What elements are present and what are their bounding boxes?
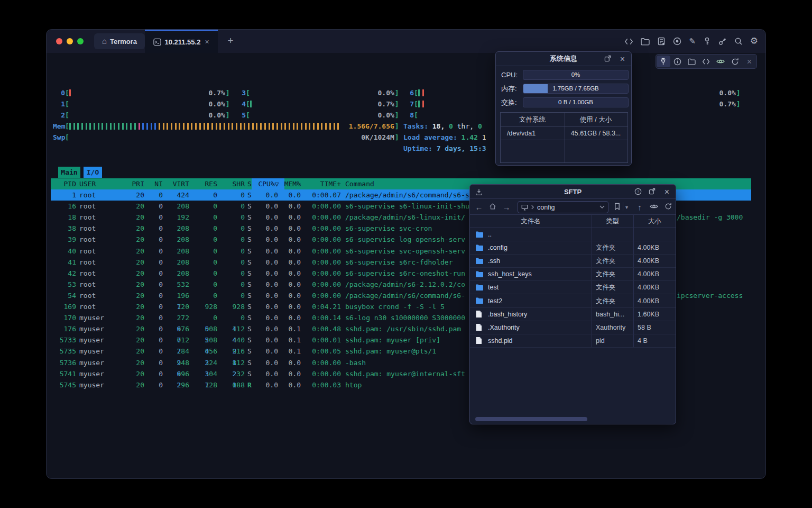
folder-icon[interactable] [641, 38, 650, 46]
close-icon[interactable]: × [620, 55, 625, 63]
pencil-icon[interactable]: ✎ [689, 37, 696, 46]
divider [623, 202, 623, 211]
chevron-right-icon [531, 205, 534, 210]
fs-name: /dev/vda1 [501, 126, 564, 140]
file-size: 4.00KB [638, 281, 659, 294]
cpu-meter-1: 1[0.0%] [53, 98, 230, 110]
file-name: sshd.pid [488, 334, 513, 348]
tab-close-icon[interactable]: × [205, 38, 209, 46]
column-type[interactable]: 类型 [592, 215, 633, 228]
cpu-meter-0: 0[0.7%] [53, 87, 230, 98]
close-icon[interactable]: × [742, 56, 756, 67]
upload-icon[interactable]: ↑ [633, 203, 647, 212]
bookmark-icon[interactable] [614, 203, 621, 212]
swap-usage-value: 0 B / 1.00GB [523, 98, 628, 107]
file-row[interactable]: test文件夹4.00KB [470, 281, 676, 294]
file-name: ssh_host_keys [488, 268, 532, 281]
cpu-meter-4: 4[0.7%] [242, 98, 399, 110]
path-field[interactable]: config [518, 201, 608, 213]
memory-meter: Mem[1.56G/7.65G] [53, 121, 399, 132]
swap-label: 交换: [501, 97, 517, 107]
traffic-minimize-button[interactable] [67, 38, 73, 44]
code-icon[interactable] [624, 38, 633, 46]
column-size[interactable]: 大小 [633, 215, 676, 228]
file-type: pid [596, 334, 605, 348]
folder-icon [475, 231, 484, 238]
file-row[interactable]: .XauthorityXauthority58 B [470, 321, 676, 334]
cpu-usage-value: 0% [523, 70, 628, 79]
file-row[interactable]: .bash_historybash_hi...1.60KB [470, 308, 676, 321]
file-name: .Xauthority [488, 321, 520, 334]
nvidia-icon[interactable] [714, 56, 727, 67]
side-toolbar: × [656, 54, 757, 69]
refresh-icon[interactable] [665, 203, 672, 212]
file-row[interactable]: sshd.pidpid4 B [470, 334, 676, 348]
download-icon[interactable] [475, 188, 483, 197]
sftp-toolbar: ← → config ▾ ↑ [470, 199, 676, 214]
tab-termora[interactable]: ⌂ Termora [94, 33, 145, 49]
file-icon [475, 323, 482, 331]
screen-tab-io[interactable]: I/O [84, 167, 102, 178]
cpu-meter-3: 3[0.0%] [242, 87, 399, 98]
cpu-usage-bar: 0% [523, 70, 629, 80]
keys-icon[interactable] [718, 37, 727, 46]
tab-session[interactable]: 10.211.55.2 × [145, 30, 218, 53]
monitor-icon [521, 204, 528, 211]
sftp-title: SFTP [470, 185, 676, 199]
notes-icon[interactable] [657, 37, 666, 46]
back-icon[interactable]: ← [472, 203, 486, 212]
key-icon[interactable] [703, 37, 711, 46]
record-icon[interactable] [673, 37, 681, 46]
memory-usage-value: 1.75GB / 7.65GB [523, 84, 628, 93]
fs-header-name: 文件系统 [501, 113, 564, 126]
bookmark-caret-icon[interactable]: ▾ [625, 204, 628, 210]
filesystem-row[interactable]: /dev/vda1 45.61GB / 58.3... [501, 126, 628, 140]
file-icon [475, 337, 482, 344]
traffic-zoom-button[interactable] [77, 38, 84, 44]
tasks-summary: Tasks: 18, 0 thr, 0 [403, 121, 482, 132]
system-info-panel: 系统信息 × CPU: 0% 内存: 1.75GB / 7.65GB 交换: 0… [495, 51, 632, 166]
file-size: 58 B [638, 321, 651, 334]
file-name: .. [488, 228, 492, 241]
pin-icon[interactable] [657, 56, 670, 67]
load-average: Load average: 1.42 1 [403, 132, 486, 143]
chevron-down-icon[interactable] [599, 205, 605, 209]
horizontal-scrollbar[interactable] [475, 417, 587, 421]
file-row[interactable]: .. [470, 228, 676, 241]
folder-icon [475, 270, 484, 278]
open-in-window-icon[interactable] [604, 55, 611, 64]
column-filename[interactable]: 文件名 [470, 215, 592, 228]
file-size: 4.00KB [638, 295, 659, 308]
swap-usage-bar: 0 B / 1.00GB [523, 97, 629, 107]
eye-icon[interactable] [650, 203, 658, 211]
search-icon[interactable] [734, 37, 743, 46]
new-tab-button[interactable]: + [224, 35, 237, 48]
file-row[interactable]: .config文件夹4.00KB [470, 241, 676, 255]
cpu-label: CPU: [501, 70, 518, 80]
settings-icon[interactable]: ⚙ [750, 37, 758, 46]
forward-icon[interactable]: → [500, 203, 513, 212]
help-icon[interactable]: ? [634, 188, 642, 197]
file-type: 文件夹 [596, 268, 616, 281]
folder-icon [475, 244, 484, 251]
open-in-window-icon[interactable] [649, 188, 656, 196]
info-icon[interactable] [671, 56, 685, 67]
folder-icon[interactable] [685, 56, 699, 67]
file-icon [475, 310, 482, 318]
file-table-header: 文件名 类型 大小 [470, 214, 676, 228]
screen-tab-main[interactable]: Main [58, 167, 80, 178]
close-icon[interactable]: × [665, 188, 669, 196]
app-window: ⌂ Termora 10.211.55.2 × + ✎ ⚙ 0[0.7%]1[0… [47, 30, 765, 478]
code-icon[interactable] [699, 56, 713, 67]
swap-meter: Swp[0K/1024M] [53, 132, 399, 143]
file-type: 文件夹 [596, 255, 616, 268]
titlebar-actions: ✎ ⚙ [624, 30, 758, 53]
file-row[interactable]: test2文件夹4.00KB [470, 295, 676, 308]
terminal-icon [153, 38, 161, 46]
refresh-icon[interactable] [728, 56, 742, 67]
home-icon[interactable] [486, 203, 500, 212]
cpu-meter-2: 2[0.0%] [53, 110, 230, 121]
file-row[interactable]: .ssh文件夹4.00KB [470, 255, 676, 268]
file-row[interactable]: ssh_host_keys文件夹4.00KB [470, 268, 676, 281]
traffic-close-button[interactable] [56, 38, 62, 44]
